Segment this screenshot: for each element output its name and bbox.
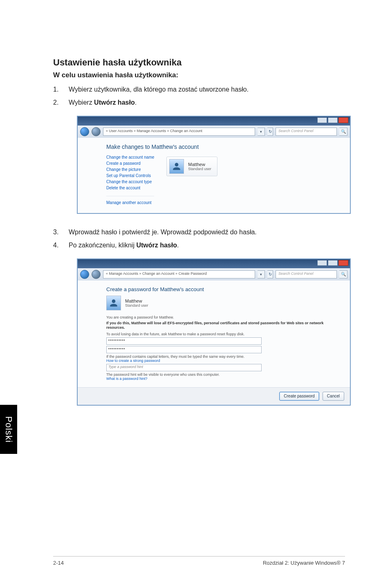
account-name: Matthew — [188, 162, 211, 167]
warning-text: If you do this, Matthew will lose all EF… — [106, 321, 338, 330]
dialog-button-row: Create password Cancel — [78, 387, 350, 405]
person-icon — [171, 161, 182, 172]
step-text: Wprowadź hasło i potwierdź je. Wprowadź … — [69, 228, 345, 237]
new-password-input[interactable]: •••••••••• — [106, 337, 262, 345]
create-password-button[interactable]: Create password — [279, 392, 319, 401]
search-input[interactable]: Search Control Panel — [276, 128, 337, 136]
link-strong-password[interactable]: How to create a strong password — [106, 359, 338, 363]
step-number: 3. — [53, 228, 69, 237]
maximize-button[interactable] — [328, 260, 338, 266]
info-line: To avoid losing data in the future, ask … — [106, 332, 338, 336]
password-hint-input[interactable]: Type a password hint — [106, 364, 262, 371]
step-item: 2. Wybierz Utwórz hasło. — [53, 98, 345, 107]
page-footer: 2-14 Rozdział 2: Używanie Windows® 7 — [53, 556, 345, 566]
page-subheading: W celu ustawienia hasła użytkownika: — [53, 71, 345, 79]
nav-forward-button[interactable] — [92, 127, 101, 136]
nav-back-button[interactable] — [80, 270, 89, 279]
link-change-type[interactable]: Change the account type — [106, 180, 154, 184]
account-type: Standard user — [125, 303, 148, 307]
account-name: Matthew — [125, 298, 148, 303]
step-text-bold: Utwórz hasło — [136, 242, 177, 249]
caps-note: If the password contains capital letters… — [106, 355, 338, 359]
screenshot-create-password: « Manage Accounts » Change an Account » … — [77, 258, 345, 406]
info-line: You are creating a password for Matthew. — [106, 315, 338, 319]
link-change-picture[interactable]: Change the picture — [106, 167, 154, 172]
link-delete-account[interactable]: Delete the account — [106, 186, 154, 190]
step-number: 4. — [53, 241, 69, 250]
step-text-pre: Po zakończeniu, kliknij — [69, 242, 136, 249]
pane-title: Make changes to Matthew's account — [106, 144, 338, 150]
close-button[interactable] — [338, 260, 348, 266]
page-heading: Ustawienie hasła użytkownika — [53, 57, 345, 68]
person-icon — [108, 298, 119, 308]
step-item: 4. Po zakończeniu, kliknij Utwórz hasło. — [53, 241, 345, 250]
address-dropdown[interactable]: ▾ — [258, 270, 265, 278]
avatar — [106, 296, 121, 310]
refresh-button[interactable]: ↻ — [267, 270, 273, 278]
link-change-name[interactable]: Change the account name — [106, 155, 154, 159]
screenshot-change-account: « User Accounts » Manage Accounts » Chan… — [77, 116, 345, 214]
window-titlebar — [78, 259, 350, 268]
account-type: Standard user — [188, 167, 211, 171]
address-bar[interactable]: « User Accounts » Manage Accounts » Chan… — [103, 128, 255, 136]
link-create-password[interactable]: Create a password — [106, 161, 154, 166]
step-text-bold: Utwórz hasło — [94, 99, 135, 106]
cancel-button[interactable]: Cancel — [323, 392, 344, 401]
maximize-button[interactable] — [328, 117, 338, 123]
confirm-password-input[interactable]: •••••••••• — [106, 346, 262, 353]
language-side-tab: Polski — [0, 405, 17, 454]
link-what-is-hint[interactable]: What is a password hint? — [106, 377, 338, 381]
step-text: Po zakończeniu, kliknij Utwórz hasło. — [69, 241, 345, 250]
nav-forward-button[interactable] — [92, 270, 101, 279]
close-button[interactable] — [338, 117, 348, 123]
nav-back-button[interactable] — [80, 127, 89, 136]
link-parental-controls[interactable]: Set up Parental Controls — [106, 173, 154, 178]
minimize-button[interactable] — [317, 260, 327, 266]
avatar — [169, 159, 184, 174]
step-text: Wybierz użytkownika, dla którego ma zost… — [69, 85, 345, 94]
step-text: Wybierz Utwórz hasło. — [69, 98, 345, 107]
steps-list-2: 3. Wprowadź hasło i potwierdź je. Wprowa… — [53, 228, 345, 250]
divider — [106, 196, 154, 196]
address-dropdown[interactable]: ▾ — [258, 128, 265, 136]
step-text-pre: Wybierz — [69, 99, 94, 106]
minimize-button[interactable] — [317, 117, 327, 123]
link-manage-another[interactable]: Manage another account — [106, 200, 154, 205]
account-task-links: Change the account name Create a passwor… — [106, 155, 154, 205]
step-item: 3. Wprowadź hasło i potwierdź je. Wprowa… — [53, 228, 345, 237]
step-item: 1. Wybierz użytkownika, dla którego ma z… — [53, 85, 345, 94]
window-titlebar — [78, 117, 350, 126]
account-summary: Matthew Standard user — [106, 296, 338, 310]
search-input[interactable]: Search Control Panel — [276, 270, 337, 278]
hint-note: The password hint will be visible to eve… — [106, 373, 338, 377]
step-text-post: . — [135, 99, 137, 106]
explorer-navbar: « Manage Accounts » Change an Account » … — [78, 268, 350, 281]
chapter-title: Rozdział 2: Używanie Windows® 7 — [263, 560, 345, 566]
search-icon[interactable]: 🔍 — [339, 128, 347, 136]
pane-title: Create a password for Matthew's account — [106, 286, 338, 292]
search-icon[interactable]: 🔍 — [339, 270, 347, 278]
step-text-post: . — [177, 242, 179, 249]
step-number: 2. — [53, 98, 69, 107]
page-number: 2-14 — [53, 560, 64, 566]
account-card: Matthew Standard user — [166, 157, 217, 176]
refresh-button[interactable]: ↻ — [267, 128, 273, 136]
steps-list-1: 1. Wybierz użytkownika, dla którego ma z… — [53, 85, 345, 108]
explorer-navbar: « User Accounts » Manage Accounts » Chan… — [78, 126, 350, 138]
address-bar[interactable]: « Manage Accounts » Change an Account » … — [103, 270, 255, 278]
step-number: 1. — [53, 85, 69, 94]
